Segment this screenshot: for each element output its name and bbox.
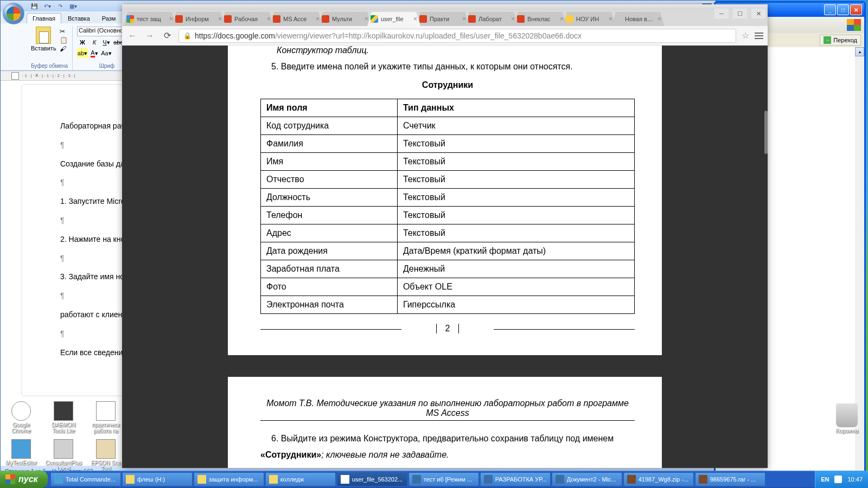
icon-label: MyTestEditor [5,460,37,466]
qat-more-icon[interactable]: ▦▾ [68,2,79,10]
paste-button[interactable]: Вставить [31,27,56,53]
taskbar-item[interactable]: тест иб [Режим ... [409,472,479,486]
start-button[interactable]: пуск [0,471,48,488]
taskbar-item[interactable]: флеш (H:) [122,472,193,486]
language-indicator[interactable]: EN [821,476,829,483]
address-bar[interactable]: 🔒 https://docs.google.com/viewerng/viewe… [178,29,736,43]
maximize-button[interactable]: ☐ [733,9,747,18]
taskbar-item[interactable]: user_file_563202... [337,472,407,486]
tab-close-icon[interactable]: × [267,15,271,23]
ribbon-tab-home[interactable]: Главная [27,13,61,23]
back-button[interactable]: ← [126,30,138,42]
close-button[interactable]: ✕ [751,9,765,18]
desktop-icons-row2: MyTestEditor ConsultantPlus Local EPSON … [4,439,123,472]
favicon [126,15,134,23]
tab-close-icon[interactable]: × [511,15,515,23]
browser-tab[interactable]: Рабочая× [221,12,274,26]
taskbar-item-label: Total Commande... [66,476,116,483]
taskbar-item-icon [197,475,206,484]
browser-tab[interactable]: Лаборат× [465,12,518,26]
tab-close-icon[interactable]: × [365,15,368,23]
taskbar-item-label: колледж [280,476,304,483]
italic-button[interactable]: К [89,37,100,47]
taskbar-item[interactable]: колледж [265,472,336,486]
redo-icon[interactable]: ↷ [55,2,66,10]
tab-close-icon[interactable]: × [462,15,466,23]
ribbon-tab-layout[interactable]: Разм [97,14,122,23]
browser-tab[interactable]: user_file× [367,12,420,26]
bold-button[interactable]: Ж [77,37,88,47]
minimize-button[interactable]: _ [824,4,836,15]
taskbar: пуск Total Commande...флеш (H:)защита ин… [0,471,868,488]
browser-tab[interactable]: тест защ× [123,12,176,26]
recycle-bin[interactable]: Корзина [833,403,860,434]
cell-field: Телефон [261,207,398,224]
table-row: ДолжностьТекстовый [261,189,635,207]
browser-tab[interactable]: Новая вкла× [611,12,665,26]
taskbar-item-icon [54,475,63,484]
tab-close-icon[interactable]: × [658,15,661,23]
save-icon[interactable]: 💾 [29,2,40,10]
tab-close-icon[interactable]: × [609,15,612,23]
taskbar-item[interactable]: Документ2 - Mic... [552,472,622,486]
browser-tab[interactable]: Внеклас× [514,12,567,26]
copy-icon[interactable]: 📋 [60,36,68,44]
chrome-frame[interactable] [122,4,768,10]
desktop-icon[interactable]: DAEMON Tools Lite [47,401,80,434]
desktop-icon[interactable]: ConsultantPlus Local [47,439,80,472]
minimize-button[interactable]: ─ [714,9,729,18]
taskbar-item[interactable]: 41987_Wg8.zip -... [623,472,694,486]
tab-close-icon[interactable]: × [316,15,320,23]
table-row: ТелефонТекстовый [261,207,635,224]
taskbar-item-label: 98659675.rar - ... [710,476,756,483]
tray-icon[interactable] [834,476,842,483]
page-num-value: 2 [436,324,459,333]
font-color-button[interactable]: A▾ [89,48,100,58]
lock-icon: 🔒 [183,32,192,40]
tab-close-icon[interactable]: × [413,15,417,23]
taskbar-item-label: user_file_563202... [352,476,403,483]
highlight-button[interactable]: ab▾ [77,48,88,58]
browser-tab[interactable]: НОУ ИН× [563,12,616,26]
ribbon-tab-insert[interactable]: Вставка [62,14,95,23]
cut-icon[interactable]: ✂ [60,28,68,35]
viewer-scrollbar[interactable] [764,111,768,154]
docs-viewer[interactable]: Конструктор таблиц. 5. Введите имена пол… [122,46,768,468]
scroll-up-icon[interactable]: ▴ [855,47,864,56]
reload-button[interactable]: ⟳ [161,30,173,42]
browser-tab[interactable]: Информ× [172,12,225,26]
maximize-button[interactable]: □ [837,4,849,15]
desktop-icon[interactable]: EPSON Sca Tool [89,439,123,472]
desktop-icon[interactable]: практическ работа № [89,401,123,434]
format-painter-icon[interactable]: 🖌 [60,45,68,53]
change-case-button[interactable]: Aa▾ [101,48,112,58]
tab-label: тест защ [137,16,167,22]
taskbar-item[interactable]: защита информ... [194,472,264,486]
tab-selector[interactable] [11,72,19,80]
close-button[interactable]: ✕ [850,4,862,15]
tab-close-icon[interactable]: × [560,15,564,23]
taskbar-item[interactable]: Total Commande... [50,472,121,486]
tab-close-icon[interactable]: × [218,15,222,23]
favicon [566,15,573,23]
desktop-icon[interactable]: MyTestEditor [4,439,38,472]
browser-tab[interactable]: Мульти× [318,12,372,26]
taskbar-item[interactable]: РАЗРАБОТКА УР... [480,472,551,486]
tab-close-icon[interactable]: × [169,15,173,23]
system-tray[interactable]: EN 10:47 [815,471,868,488]
browser-tab[interactable]: Практи× [416,12,469,26]
table-row: ОтчествоТекстовый [261,171,635,189]
office-button[interactable] [3,3,24,24]
taskbar-item[interactable]: 98659675.rar - ... [695,472,765,486]
undo-icon[interactable]: ↶▾ [42,2,53,10]
browser-tab[interactable]: MS Acce× [270,12,323,26]
chrome-tabbar: тест защ×Информ×Рабочая×MS Acce×Мульти×u… [122,10,768,26]
taskbar-item-label: Документ2 - Mic... [567,476,616,483]
clock[interactable]: 10:47 [847,476,863,483]
go-button[interactable]: → Переход [820,35,861,46]
underline-button[interactable]: Ч▾ [101,37,112,47]
bookmark-star-icon[interactable]: ☆ [742,30,749,41]
desktop-icon[interactable]: Google Chrome [4,401,38,434]
chrome-menu-icon[interactable] [755,33,763,39]
forward-button[interactable]: → [144,30,156,42]
